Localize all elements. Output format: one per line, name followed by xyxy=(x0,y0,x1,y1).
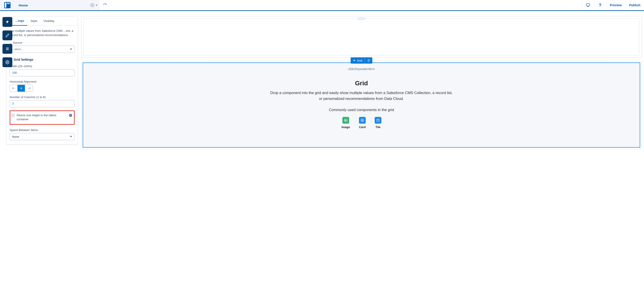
preview-button[interactable]: Preview xyxy=(606,0,626,10)
page-title-actions xyxy=(32,0,99,10)
layout-icon xyxy=(4,2,10,8)
svg-rect-1 xyxy=(586,3,590,6)
refresh-icon xyxy=(103,3,107,7)
page-title: Home xyxy=(14,0,32,10)
help-button[interactable]: ? xyxy=(594,0,606,10)
app-switcher[interactable] xyxy=(0,0,14,10)
publish-button[interactable]: Publish xyxy=(625,0,644,10)
desktop-preview-button[interactable] xyxy=(582,0,594,10)
top-bar: Home ? Preview Publish xyxy=(0,0,644,11)
desktop-icon xyxy=(586,3,590,7)
svg-point-0 xyxy=(92,5,93,6)
refresh-button[interactable] xyxy=(99,0,110,10)
page-settings-gear-icon[interactable] xyxy=(90,3,94,7)
page-settings-caret-icon[interactable] xyxy=(96,5,98,6)
help-icon: ? xyxy=(599,3,602,8)
topbar-spacer xyxy=(110,0,582,10)
